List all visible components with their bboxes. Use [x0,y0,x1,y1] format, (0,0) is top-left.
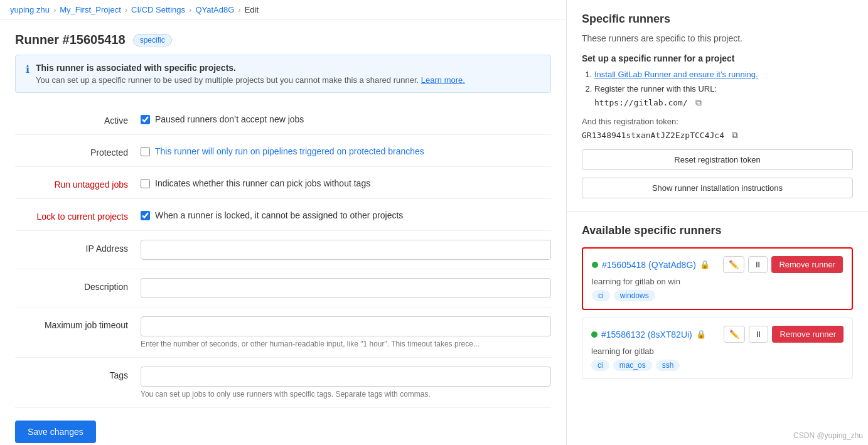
runner-1-pause-button[interactable]: ⏸ [748,256,768,273]
description-input[interactable]: learning for gitlab on win [141,278,551,298]
untagged-checkbox[interactable] [141,179,150,188]
breadcrumb-settings[interactable]: CI/CD Settings [131,5,185,14]
copy-token-button[interactable]: ⧉ [729,129,741,142]
form-row-protected: Protected This runner will only run on p… [15,135,551,167]
runner-card-1: #15605418 (QYatAd8G) 🔒 ✏️ ⏸ Remove runne… [582,247,853,310]
breadcrumb-sep4: › [238,5,240,14]
runner-2-tags: ci mac_os ssh [591,360,844,371]
active-checkbox[interactable] [141,115,150,124]
token-label: And this registration token: [582,117,853,126]
runner-2-id-link[interactable]: #15586132 [601,330,645,340]
runner-card-2-header: #15586132 (8sXT82Ui) 🔒 ✏️ ⏸ Remove runne… [591,326,844,343]
protected-checkbox-row: This runner will only run on pipelines t… [141,144,551,156]
protected-label: Protected [15,144,141,158]
untagged-checkbox-label: Indicates whether this runner can pick j… [155,178,370,188]
runner-2-info: #15586132 (8sXT82Ui) 🔒 [591,330,706,340]
info-box: ℹ This runner is associated with specifi… [15,55,551,93]
runner-1-name: (QYatAd8G) [648,260,696,270]
untagged-label: Run untagged jobs [15,176,141,190]
form-row-lock: Lock to current projects When a runner i… [15,199,551,231]
learn-more-link[interactable]: Learn more. [421,75,465,85]
runner-2-tag-ci: ci [591,360,609,371]
breadcrumb-edit: Edit [245,5,259,14]
runner-2-id: #15586132 (8sXT82Ui) [601,330,692,340]
form-row-tags: Tags ci, windows You can set up jobs to … [15,358,551,408]
runner-1-edit-button[interactable]: ✏️ [723,256,744,273]
lock-checkbox-row: When a runner is locked, it cannot be as… [141,208,551,220]
ip-label: IP Address [15,240,141,254]
breadcrumb-project[interactable]: My_First_Project [60,5,121,14]
protected-checkbox-label: This runner will only run on pipelines t… [155,146,424,156]
runner-header: Runner #15605418 specific [0,20,566,55]
timeout-control: Enter the number of seconds, or other hu… [141,316,551,348]
lock-checkbox[interactable] [141,211,150,220]
runner-1-tag-ci: ci [592,290,610,301]
setup-step-2: Register the runner with this URL: https… [594,84,853,109]
runner-1-lock-icon: 🔒 [700,260,710,269]
setup-steps: Install GitLab Runner and ensure it’s ru… [582,70,853,109]
left-panel: yuping zhu › My_First_Project › CI/CD Se… [0,0,567,445]
runner-title: Runner #15605418 [15,33,126,47]
registration-token: GR1348941stxanAtJZ2EzpTCC4Jc4 [582,131,724,140]
runner-2-lock-icon: 🔒 [696,330,706,339]
ip-input[interactable]: 218.■■.■■.82 [141,240,551,260]
tags-control: ci, windows You can set up jobs to only … [141,367,551,399]
form-area: Active Paused runners don’t accept new j… [0,103,566,408]
runner-2-tag-ssh: ssh [656,360,680,371]
runner-1-tag-windows: windows [614,290,655,301]
runner-1-tags: ci windows [592,290,843,301]
available-runners-section: Available specific runners #15605418 (QY… [567,212,868,399]
info-paragraph: You can set up a specific runner to be u… [36,75,465,85]
runner-badge: specific [133,34,172,46]
right-panel: Specific runners These runners are speci… [567,0,868,445]
specific-runners-title: Specific runners [582,13,853,26]
save-button[interactable]: Save changes [15,421,96,443]
breadcrumb: yuping zhu › My_First_Project › CI/CD Se… [0,0,566,20]
timeout-label: Maximum job timeout [15,316,141,330]
info-strong: This runner is associated with specific … [36,63,236,73]
specific-runners-desc: These runners are specific to this proje… [582,33,853,43]
form-row-description: Description learning for gitlab on win [15,269,551,308]
token-row: GR1348941stxanAtJZ2EzpTCC4Jc4 ⧉ [582,129,853,142]
info-text: This runner is associated with specific … [36,63,465,85]
runner-2-name: (8sXT82Ui) [648,330,692,340]
runner-2-pause-button[interactable]: ⏸ [749,326,768,343]
active-control: Paused runners don’t accept new jobs [141,112,551,124]
available-runners-title: Available specific runners [582,224,853,237]
protected-control: This runner will only run on pipelines t… [141,144,551,156]
active-label: Active [15,112,141,126]
copy-url-button[interactable]: ⧉ [693,96,704,109]
form-row-active: Active Paused runners don’t accept new j… [15,103,551,135]
breadcrumb-sep: › [53,5,56,14]
runner-1-remove-button[interactable]: Remove runner [771,256,843,273]
tags-hint: You can set up jobs to only use runners … [141,390,551,399]
lock-checkbox-label: When a runner is locked, it cannot be as… [155,210,403,220]
install-link[interactable]: Install GitLab Runner and ensure it’s ru… [594,70,758,79]
form-row-untagged: Run untagged jobs Indicates whether this… [15,167,551,199]
runner-card-1-header: #15605418 (QYatAd8G) 🔒 ✏️ ⏸ Remove runne… [592,256,843,273]
runner-2-actions: ✏️ ⏸ Remove runner [724,326,844,343]
runner-2-edit-button[interactable]: ✏️ [724,326,745,343]
url-row: https://gitlab.com/ ⧉ [594,96,853,109]
breadcrumb-yuping-zhu[interactable]: yuping zhu [10,5,50,14]
runner-1-actions: ✏️ ⏸ Remove runner [723,256,843,273]
show-instructions-button[interactable]: Show runner installation instructions [582,178,853,198]
runner-2-remove-button[interactable]: Remove runner [772,326,844,343]
setup-title: Set up a specific runner for a project [582,53,853,63]
breadcrumb-sep3: › [189,5,191,14]
description-control: learning for gitlab on win [141,278,551,298]
runner-2-tag-mac-os: mac_os [613,360,652,371]
tags-input[interactable]: ci, windows [141,367,551,387]
breadcrumb-sep2: › [125,5,127,14]
runner-2-desc: learning for gitlab [591,346,844,356]
runner-card-2: #15586132 (8sXT82Ui) 🔒 ✏️ ⏸ Remove runne… [582,318,853,379]
runner-1-id-link[interactable]: #15605418 [602,260,646,270]
breadcrumb-runner-id[interactable]: QYatAd8G [195,5,234,14]
active-checkbox-row: Paused runners don’t accept new jobs [141,112,551,124]
timeout-input[interactable] [141,316,551,336]
reset-token-button[interactable]: Reset registration token [582,149,853,170]
registration-url: https://gitlab.com/ [594,98,688,107]
specific-runners-section: Specific runners These runners are speci… [567,0,868,212]
protected-checkbox[interactable] [141,147,150,156]
description-label: Description [15,278,141,292]
